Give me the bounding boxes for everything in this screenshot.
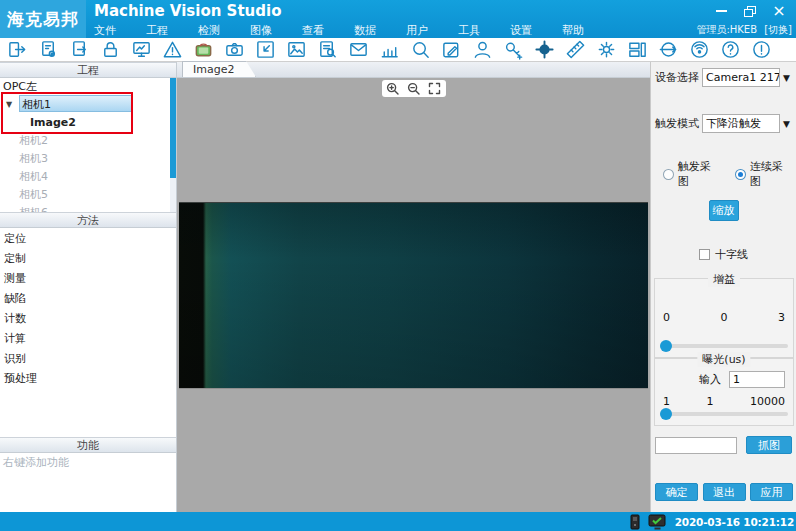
menu-item-4[interactable]: 图像 [250, 23, 272, 38]
machine-vision-studio-window: 海克易邦 Machine Vision Studio × 文件工程检测图像查看数… [0, 0, 796, 531]
crosshair-checkbox[interactable] [699, 249, 710, 260]
camera-icon[interactable] [219, 38, 250, 61]
title-bar: 海克易邦 Machine Vision Studio × 文件工程检测图像查看数… [0, 0, 796, 38]
image-icon[interactable] [281, 38, 312, 61]
doc-export-icon[interactable] [64, 38, 95, 61]
menu-item-1[interactable]: 文件 [94, 23, 116, 38]
key-add-icon[interactable] [498, 38, 529, 61]
image-viewer-area: Image2 [177, 62, 650, 512]
device-select-label: 设备选择 [655, 70, 702, 85]
warning-icon[interactable] [157, 38, 188, 61]
method-item-4[interactable]: 缺陷 [0, 288, 176, 308]
camera-color-icon[interactable] [188, 38, 219, 61]
gain-min: 0 [663, 311, 670, 324]
menu-item-8[interactable]: 工具 [458, 23, 480, 38]
radio-trigger-capture[interactable] [663, 169, 674, 180]
method-item-7[interactable]: 识别 [0, 348, 176, 368]
gear-icon[interactable] [591, 38, 622, 61]
radio-continuous-capture[interactable] [735, 169, 746, 180]
gain-value: 0 [721, 311, 728, 324]
status-timestamp: 2020-03-16 10:21:12 [675, 516, 794, 528]
info-icon[interactable] [746, 38, 777, 61]
monitor-icon[interactable] [126, 38, 157, 61]
tree-item-opc-root[interactable]: OPC左 [0, 78, 176, 95]
exposure-input[interactable] [729, 371, 785, 388]
method-item-8[interactable]: 预处理 [0, 368, 176, 388]
zoom-in-icon[interactable] [385, 81, 400, 96]
help-icon[interactable] [715, 38, 746, 61]
menu-item-7[interactable]: 用户 [406, 23, 428, 38]
switch-user-link[interactable]: [切换] [764, 24, 792, 35]
method-item-2[interactable]: 定制 [0, 248, 176, 268]
menu-item-6[interactable]: 数据 [354, 23, 376, 38]
image-canvas[interactable] [177, 78, 650, 512]
trigger-mode-combo[interactable]: 下降沿触发 [702, 114, 780, 133]
doc-search-icon[interactable] [312, 38, 343, 61]
tree-item-image2[interactable]: Image2 [0, 113, 176, 131]
menu-item-5[interactable]: 查看 [302, 23, 324, 38]
restore-button[interactable] [743, 4, 757, 18]
method-item-5[interactable]: 计数 [0, 308, 176, 328]
functions-hint: 右键添加功能 [0, 453, 176, 471]
tree-item-camera5[interactable]: 相机5 [0, 185, 176, 203]
chart-icon[interactable] [374, 38, 405, 61]
exposure-max: 10000 [750, 395, 785, 408]
doc-settings-icon[interactable] [33, 38, 64, 61]
tree-item-camera4[interactable]: 相机4 [0, 167, 176, 185]
device-select-combo[interactable]: Camera1 21770( [702, 68, 780, 87]
mail-icon[interactable] [343, 38, 374, 61]
ruler-icon[interactable] [560, 38, 591, 61]
app-title: Machine Vision Studio [94, 2, 281, 20]
close-button[interactable]: × [772, 4, 786, 18]
lock-icon[interactable] [95, 38, 126, 61]
trigger-combo-arrow-icon[interactable]: ▼ [780, 119, 793, 129]
exposure-value: 1 [707, 395, 714, 408]
export-icon[interactable] [2, 38, 33, 61]
tree-expand-icon[interactable]: ▼ [6, 100, 19, 109]
tree-item-camera2[interactable]: 相机2 [0, 131, 176, 149]
exposure-group: 曝光(us) 输入 1 1 10000 [654, 358, 794, 426]
menu-item-10[interactable]: 帮助 [562, 23, 584, 38]
gain-slider-thumb[interactable] [660, 340, 672, 352]
method-item-3[interactable]: 测量 [0, 268, 176, 288]
crosshair-icon[interactable] [529, 38, 560, 61]
logged-in-user: 管理员:HKEB [696, 24, 757, 35]
minimize-button[interactable] [714, 4, 728, 18]
zoom-play-button[interactable]: 缩放 [709, 200, 739, 221]
edit-tool-icon[interactable] [436, 38, 467, 61]
user-icon[interactable] [467, 38, 498, 61]
exposure-slider-track[interactable] [660, 412, 788, 416]
status-bar: 2020-03-16 10:21:12 [0, 512, 796, 531]
zoom-out-icon[interactable] [406, 81, 421, 96]
fit-icon[interactable] [427, 81, 442, 96]
exit-button[interactable]: 退出 [703, 483, 746, 501]
device-combo-arrow-icon[interactable]: ▼ [780, 73, 793, 83]
exposure-slider-thumb[interactable] [660, 408, 672, 420]
tree-scrollbar[interactable] [170, 78, 176, 212]
gain-title: 增益 [708, 272, 740, 287]
search-icon[interactable] [405, 38, 436, 61]
capture-filename-input[interactable] [655, 437, 737, 454]
tree-item-camera3[interactable]: 相机3 [0, 149, 176, 167]
sync-icon[interactable] [653, 38, 684, 61]
ok-button[interactable]: 确定 [655, 483, 698, 501]
tree-item-camera1-selected[interactable]: ▼ 相机1 [0, 95, 176, 113]
method-item-6[interactable]: 计算 [0, 328, 176, 348]
tab-image2[interactable]: Image2 [182, 61, 256, 77]
tree-scrollbar-thumb[interactable] [170, 78, 176, 178]
menu-item-9[interactable]: 设置 [510, 23, 532, 38]
devices-icon[interactable] [622, 38, 653, 61]
menu-item-2[interactable]: 工程 [146, 23, 168, 38]
tree-item-camera6[interactable]: 相机6 [0, 203, 176, 212]
gain-slider-track[interactable] [660, 344, 788, 348]
capture-button[interactable]: 抓图 [746, 436, 792, 454]
exposure-slider[interactable] [660, 408, 788, 420]
menu-item-3[interactable]: 检测 [198, 23, 220, 38]
broadcast-icon[interactable] [684, 38, 715, 61]
apply-button[interactable]: 应用 [750, 483, 793, 501]
gain-slider[interactable] [660, 340, 788, 352]
import-icon[interactable] [250, 38, 281, 61]
method-item-1[interactable]: 定位 [0, 228, 176, 248]
functions-panel-header: 功能 [0, 437, 176, 453]
camera-live-image [179, 202, 648, 389]
